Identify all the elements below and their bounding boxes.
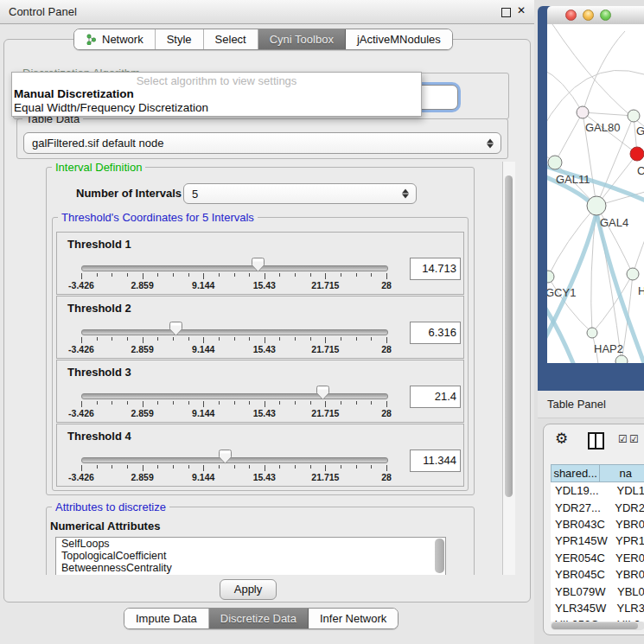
network-edge[interactable] (547, 233, 548, 277)
slider-minor-tick (97, 401, 98, 405)
network-node-h-node[interactable] (627, 268, 639, 280)
tab-label: Style (167, 33, 192, 46)
network-window-titlebar[interactable] (547, 6, 644, 25)
network-node-hap2[interactable] (587, 328, 597, 338)
scrollbar-thumb[interactable] (552, 622, 638, 629)
network-canvas[interactable]: GAL80G.CGAL11GAL4GCY1HHAP2 (547, 24, 644, 363)
threshold-box: Threshold 2-3.4262.8599.14415.4321.71528… (56, 296, 464, 359)
attribute-list-item[interactable]: BetweennessCentrality (56, 562, 445, 574)
checkbox-icon[interactable]: ☑ (618, 433, 628, 445)
network-node-g2[interactable] (628, 110, 640, 122)
bottom-tab-label: Impute Data (136, 612, 197, 625)
tab-cyni-toolbox[interactable]: Cyni Toolbox (258, 29, 346, 49)
threshold-value-field[interactable]: 14.713 (410, 258, 461, 280)
table-row[interactable]: YBR043CYBR0 (551, 516, 644, 532)
table-row[interactable]: YDL19...YDL1 (551, 482, 644, 499)
network-edge[interactable] (592, 274, 633, 333)
slider-minor-tick (279, 465, 280, 469)
threshold-title: Threshold 2 (67, 302, 131, 315)
bottom-tab-impute-data[interactable]: Impute Data (124, 609, 209, 628)
table-row[interactable]: YBR045CYBR0 (551, 566, 644, 583)
checkbox-icon[interactable]: ☑ (629, 433, 639, 445)
slider-minor-tick (295, 401, 296, 405)
slider-tick (265, 273, 265, 279)
slider-minor-tick (295, 273, 296, 277)
table-row[interactable]: YER054CYER0 (551, 550, 644, 566)
slider-minor-tick (173, 465, 174, 469)
slider-track[interactable] (81, 457, 388, 463)
slider-minor-tick (249, 465, 250, 469)
close-icon[interactable]: ✕ (517, 4, 526, 16)
apply-button[interactable]: Apply (220, 579, 277, 600)
slider-thumb[interactable] (316, 386, 329, 400)
attribute-list-item[interactable]: SelfLoops (56, 538, 445, 550)
horizontal-scrollbar[interactable] (551, 622, 644, 630)
table-row[interactable]: YPR145WYPR1 (551, 532, 644, 549)
network-edge[interactable] (547, 69, 583, 112)
num-intervals-combo[interactable]: 5 (183, 183, 417, 204)
table-row[interactable]: YDR27...YDR2 (551, 499, 644, 515)
table-row[interactable]: YBL079WYBL0 (551, 583, 644, 599)
zoom-light[interactable] (600, 10, 611, 21)
bottom-tab-label: Discretize Data (220, 612, 296, 625)
slider-thumb[interactable] (219, 450, 232, 464)
network-node-gal80[interactable] (577, 106, 589, 118)
slider-minor-tick (279, 401, 280, 405)
threshold-value-field[interactable]: 21.4 (410, 386, 461, 408)
slider-thumb[interactable] (169, 322, 182, 336)
attributes-group-label: Attributes to discretize (52, 501, 169, 513)
algorithm-popup-item[interactable]: Equal Width/Frequency Discretization (14, 101, 208, 114)
columns-icon[interactable] (588, 432, 604, 450)
tab-select[interactable]: Select (204, 29, 258, 49)
num-intervals-value: 5 (192, 188, 198, 201)
network-node-gcy1[interactable] (547, 271, 554, 283)
tab-network[interactable]: Network (74, 29, 156, 49)
table-column-header[interactable]: shared... (551, 464, 600, 482)
slider-thumb[interactable] (252, 258, 265, 272)
numerical-attributes-label: Numerical Attributes (50, 520, 160, 532)
bottom-tab-label: Infer Network (320, 612, 386, 625)
table-cell: YPR1 (609, 534, 644, 547)
bottom-tab-discretize-data[interactable]: Discretize Data (209, 609, 309, 628)
network-node-b1[interactable] (615, 355, 628, 363)
algorithm-popup-item[interactable]: Manual Discretization (14, 87, 134, 100)
slider-tick-label: 21.715 (305, 472, 345, 482)
slider-minor-tick (341, 273, 341, 277)
network-edge-thick[interactable] (596, 213, 644, 363)
slider-minor-tick (295, 465, 296, 469)
minimize-light[interactable] (583, 10, 594, 21)
slider-track[interactable] (81, 265, 388, 271)
table-cell: YDL19... (551, 484, 610, 497)
network-node-red-node[interactable] (630, 147, 644, 161)
network-edge[interactable] (583, 112, 634, 116)
bottom-tab-infer-network[interactable]: Infer Network (309, 609, 398, 628)
threshold-value-field[interactable]: 11.344 (410, 450, 461, 472)
slider-track[interactable] (81, 329, 388, 335)
numerical-attributes-list[interactable]: SelfLoopsTopologicalCoefficientBetweenne… (55, 537, 446, 575)
vertical-scrollbar[interactable] (502, 162, 515, 575)
list-scrollbar[interactable] (435, 539, 444, 573)
table-data-combo[interactable]: galFiltered.sif default node (23, 132, 501, 154)
gear-icon[interactable]: ⚙ (555, 430, 568, 447)
close-light[interactable] (565, 10, 577, 21)
tab-style[interactable]: Style (156, 29, 204, 49)
network-node-gal11[interactable] (548, 156, 562, 169)
slider-tick-label: 21.715 (305, 280, 345, 290)
table-column-header[interactable]: na (600, 464, 644, 482)
network-node-gal4[interactable] (587, 196, 606, 215)
slider-track[interactable] (81, 393, 388, 399)
attribute-list-item[interactable]: TopologicalCoefficient (56, 550, 445, 562)
float-window-icon[interactable] (501, 8, 511, 17)
threshold-value-field[interactable]: 6.316 (410, 322, 461, 344)
node-table[interactable]: shared...na YDL19...YDL1YDR27...YDR2YBR0… (551, 464, 644, 622)
slider-tick-label: -3.426 (61, 344, 101, 354)
network-edge[interactable] (555, 112, 583, 163)
table-cell: YBR0 (609, 568, 644, 581)
slider-minor-tick (341, 465, 341, 469)
scrollbar-thumb[interactable] (505, 175, 513, 497)
tab-jactivemnodules[interactable]: jActiveMNodules (346, 29, 452, 49)
network-edge[interactable] (633, 225, 644, 274)
table-row[interactable]: YLR345WYLR3 (551, 600, 644, 616)
table-panel-card: ⚙ ☑ ☑ shared...na YDL19...YDL1YDR27...YD… (543, 424, 644, 635)
slider-tick-label: 28 (367, 344, 406, 354)
